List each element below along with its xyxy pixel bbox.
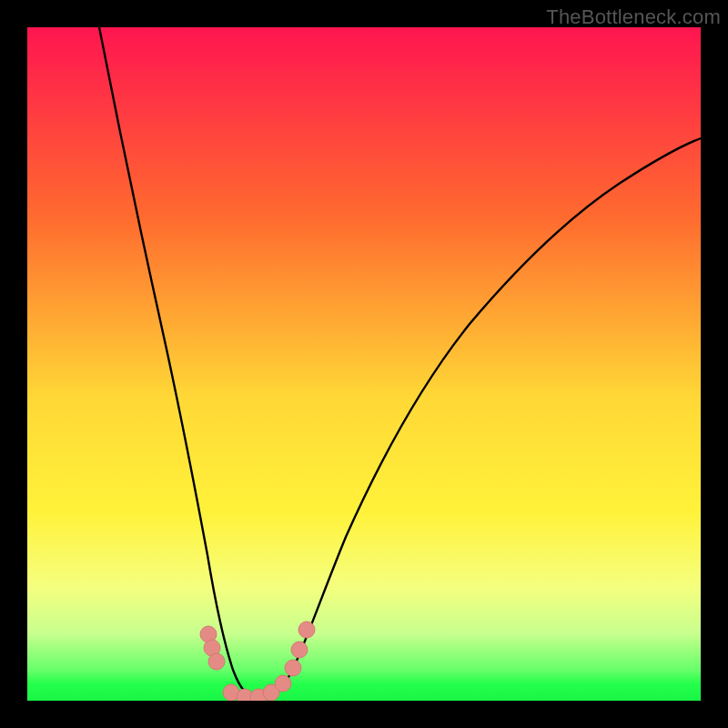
watermark-text: TheBottleneck.com [546,5,721,29]
curve-marker [285,660,301,676]
plot-area [27,27,701,701]
curve-marker [291,642,308,658]
curve-marker [208,653,225,670]
gradient-background [27,27,701,701]
chart-svg [27,27,701,701]
chart-frame: TheBottleneck.com [0,0,728,728]
curve-marker [298,622,315,638]
curve-marker [275,675,291,692]
